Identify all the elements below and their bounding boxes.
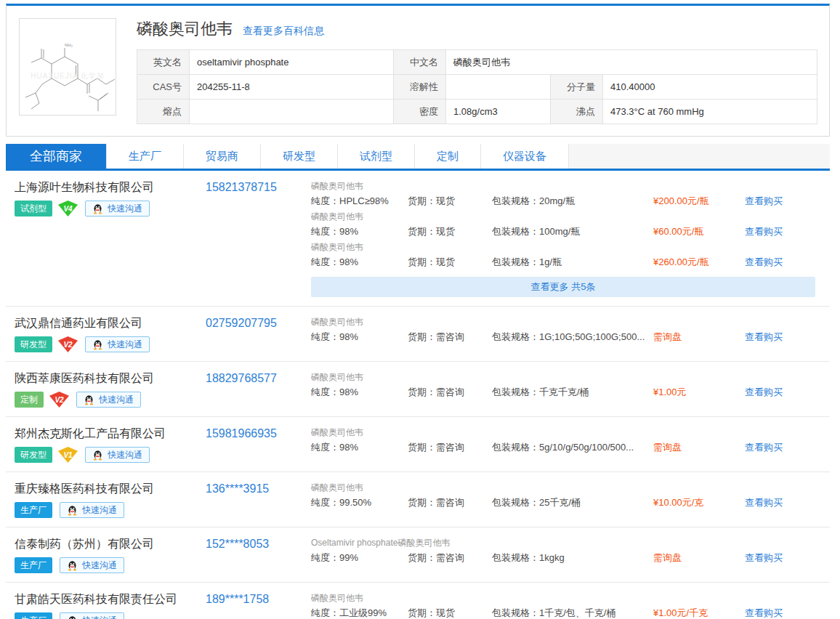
offer-price: 需询盘 bbox=[653, 549, 745, 567]
tab-reagent[interactable]: 试剂型 bbox=[338, 144, 415, 169]
density-label: 密度 bbox=[394, 100, 446, 124]
offer-delivery: 货期：需咨询 bbox=[408, 439, 492, 456]
offer-price: 需询盘 bbox=[653, 439, 745, 456]
tab-custom[interactable]: 定制 bbox=[415, 144, 481, 169]
supplier-type-badge: 试剂型 bbox=[15, 201, 52, 217]
offer-price: ¥260.00元/瓶 bbox=[653, 254, 745, 271]
offer-spec: 包装规格：1kgkg bbox=[492, 549, 653, 567]
v2-certification-icon: V2 bbox=[58, 336, 78, 352]
offer-product-name: 磷酸奥司他韦 bbox=[311, 371, 815, 384]
v2-certification-icon: V2 bbox=[49, 392, 69, 408]
supplier-phone[interactable]: 136****3915 bbox=[206, 482, 269, 495]
quick-chat-label: 快速沟通 bbox=[108, 201, 142, 216]
tab-manufacturer[interactable]: 生产厂 bbox=[107, 144, 184, 169]
offer-product-name: Oseltamivir phosphate磷酸奥司他韦 bbox=[311, 537, 815, 549]
page: NH₂ HUAXUEJIA 化学加 磷酸奥司他韦 查看更多百科信息 英文名 os… bbox=[0, 4, 840, 619]
quick-chat-label: 快速沟通 bbox=[82, 558, 117, 573]
tab-instrument[interactable]: 仪器设备 bbox=[481, 144, 569, 169]
english-name-value: oseltamivir phosphate bbox=[190, 50, 394, 75]
supplier-name[interactable]: 陕西萃康医药科技有限公司 bbox=[15, 371, 206, 387]
offer-purity: 纯度：99% bbox=[311, 549, 408, 567]
supplier-phone[interactable]: 02759207795 bbox=[206, 317, 277, 330]
offer-product-name: 磷酸奥司他韦 bbox=[311, 180, 815, 193]
supplier-type-badge: 研发型 bbox=[15, 336, 52, 352]
supplier-filter-tabs: 全部商家 生产厂 贸易商 研发型 试剂型 定制 仪器设备 bbox=[6, 144, 830, 171]
quick-chat-button[interactable]: 快速沟通 bbox=[60, 612, 124, 619]
supplier-name[interactable]: 重庆臻格医药科技有限公司 bbox=[15, 481, 206, 497]
view-purchase-link[interactable]: 查看购买 bbox=[745, 604, 783, 619]
quick-chat-label: 快速沟通 bbox=[99, 392, 134, 407]
view-purchase-link[interactable]: 查看购买 bbox=[745, 384, 783, 401]
offer-spec: 包装规格：千克千克/桶 bbox=[492, 384, 653, 401]
offer-purity: 纯度：98% bbox=[311, 439, 408, 456]
tab-rnd[interactable]: 研发型 bbox=[261, 144, 338, 169]
qq-icon bbox=[92, 450, 103, 461]
view-purchase-link[interactable]: 查看购买 bbox=[745, 254, 783, 271]
offer-delivery: 货期：需咨询 bbox=[408, 549, 492, 567]
offer-spec: 包装规格：1G;10G;50G;100G;500... bbox=[492, 328, 653, 346]
offer-purity: 纯度：工业级99% bbox=[311, 604, 408, 619]
tab-all-suppliers[interactable]: 全部商家 bbox=[6, 144, 107, 169]
quick-chat-button[interactable]: 快速沟通 bbox=[60, 557, 124, 573]
melting-point-value bbox=[190, 100, 394, 124]
supplier-phone[interactable]: 18829768577 bbox=[206, 372, 277, 385]
boiling-point-value: 473.3°C at 760 mmHg bbox=[603, 100, 817, 124]
quick-chat-button[interactable]: 快速沟通 bbox=[76, 392, 141, 408]
supplier-name[interactable]: 信泰制药（苏州）有限公司 bbox=[15, 536, 206, 552]
english-name-label: 英文名 bbox=[137, 50, 190, 75]
more-encyclopedia-link[interactable]: 查看更多百科信息 bbox=[243, 25, 324, 38]
supplier-name[interactable]: 郑州杰克斯化工产品有限公司 bbox=[15, 426, 206, 442]
svg-text:NH₂: NH₂ bbox=[65, 43, 73, 47]
supplier-phone[interactable]: 15981966935 bbox=[206, 427, 277, 440]
view-purchase-link[interactable]: 查看购买 bbox=[745, 328, 783, 346]
supplier-name[interactable]: 武汉鼎信通药业有限公司 bbox=[15, 315, 206, 331]
view-purchase-link[interactable]: 查看购买 bbox=[745, 549, 783, 567]
supplier-phone[interactable]: 189****1758 bbox=[206, 593, 269, 606]
product-offer: 磷酸奥司他韦 纯度：工业级99% 货期：现货 包装规格：1千克/包、千克/桶 ¥… bbox=[311, 592, 815, 619]
view-purchase-link[interactable]: 查看购买 bbox=[745, 193, 783, 210]
offer-spec: 包装规格：5g/10/g/50g/100/500... bbox=[492, 439, 653, 456]
supplier-name[interactable]: 上海源叶生物科技有限公司 bbox=[15, 179, 206, 195]
product-info-card: NH₂ HUAXUEJIA 化学加 磷酸奥司他韦 查看更多百科信息 英文名 os… bbox=[6, 4, 830, 137]
quick-chat-label: 快速沟通 bbox=[108, 337, 142, 352]
qq-icon bbox=[67, 505, 78, 516]
qq-icon bbox=[92, 203, 103, 214]
offer-price: ¥1.00元/千克 bbox=[653, 604, 745, 619]
offer-spec: 包装规格：1g/瓶 bbox=[492, 254, 653, 271]
structure-watermark: HUAXUEJIA 化学加 bbox=[20, 71, 116, 81]
offer-spec: 包装规格：20mg/瓶 bbox=[492, 193, 653, 210]
chinese-name-label: 中文名 bbox=[394, 50, 446, 75]
view-purchase-link[interactable]: 查看购买 bbox=[745, 494, 783, 511]
offer-product-name: 磷酸奥司他韦 bbox=[311, 482, 815, 494]
offer-delivery: 货期：现货 bbox=[408, 604, 492, 619]
offer-price: ¥60.00元/瓶 bbox=[653, 223, 745, 240]
tab-trader[interactable]: 贸易商 bbox=[184, 144, 261, 169]
product-offer: 磷酸奥司他韦 纯度：98% 货期：现货 包装规格：100mg/瓶 ¥60.00元… bbox=[311, 211, 815, 240]
qq-icon bbox=[84, 395, 94, 405]
quick-chat-button[interactable]: 快速沟通 bbox=[85, 201, 150, 217]
offer-product-name: 磷酸奥司他韦 bbox=[311, 241, 815, 254]
supplier-phone[interactable]: 15821378715 bbox=[206, 181, 277, 194]
offer-product-name: 磷酸奥司他韦 bbox=[311, 592, 815, 604]
cas-label: CAS号 bbox=[137, 75, 190, 100]
supplier-name[interactable]: 甘肃皓天医药科技有限责任公司 bbox=[15, 591, 206, 607]
supplier-type-badge: 生产厂 bbox=[15, 557, 52, 573]
quick-chat-label: 快速沟通 bbox=[82, 613, 117, 619]
offer-spec: 包装规格：1千克/包、千克/桶 bbox=[492, 604, 653, 619]
view-more-offers-button[interactable]: 查看更多 共5条 bbox=[311, 277, 815, 297]
product-offer: 磷酸奥司他韦 纯度：98% 货期：需咨询 包装规格：1G;10G;50G;100… bbox=[311, 316, 815, 346]
quick-chat-button[interactable]: 快速沟通 bbox=[85, 336, 150, 352]
product-properties-table: 英文名 oseltamivir phosphate 中文名 磷酸奥司他韦 CAS… bbox=[137, 49, 817, 124]
quick-chat-button[interactable]: 快速沟通 bbox=[60, 502, 124, 518]
qq-icon bbox=[67, 615, 78, 619]
view-purchase-link[interactable]: 查看购买 bbox=[745, 439, 783, 456]
view-purchase-link[interactable]: 查看购买 bbox=[745, 223, 783, 240]
supplier-row: 武汉鼎信通药业有限公司 02759207795 研发型 V2 bbox=[6, 307, 830, 362]
cas-value: 204255-11-8 bbox=[190, 75, 394, 100]
quick-chat-button[interactable]: 快速沟通 bbox=[85, 447, 150, 463]
solubility-value bbox=[446, 75, 551, 100]
offer-purity: 纯度：98% bbox=[311, 384, 408, 401]
supplier-phone[interactable]: 152****8053 bbox=[206, 538, 269, 551]
molecular-weight-label: 分子量 bbox=[551, 75, 603, 100]
offer-delivery: 货期：现货 bbox=[408, 223, 492, 240]
